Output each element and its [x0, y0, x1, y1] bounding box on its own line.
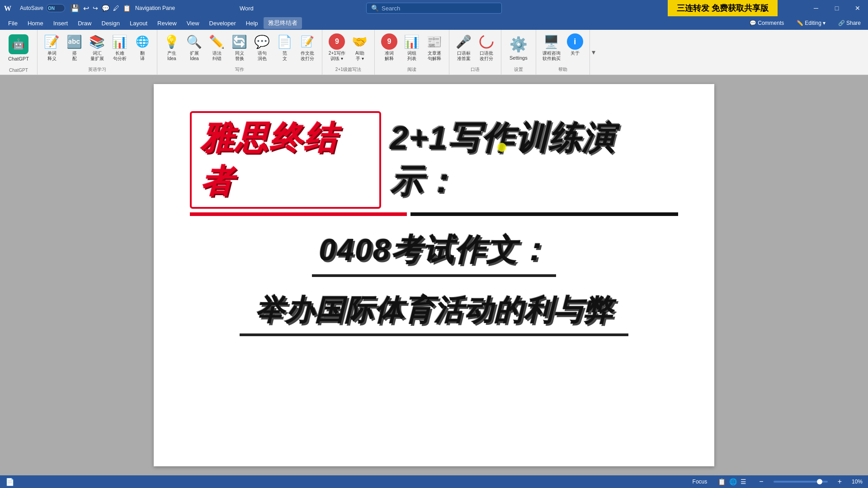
- menu-design[interactable]: Design: [97, 18, 124, 28]
- cursor-indicator: [497, 143, 506, 152]
- yufa-button[interactable]: ✏️ 语法纠错: [206, 32, 228, 63]
- menu-file[interactable]: File: [4, 18, 22, 28]
- chatgpt-button[interactable]: 🤖 ChatGPT: [4, 32, 33, 64]
- chansheng-button[interactable]: 💡 产生Idea: [161, 32, 183, 63]
- cizubiao-button[interactable]: 📊 词组列表: [401, 32, 423, 63]
- word-icon: W: [0, 0, 16, 16]
- dandian-button[interactable]: 📝 单词释义: [41, 32, 63, 63]
- settings-button[interactable]: ⚙️ Settings: [505, 32, 532, 64]
- fanyi-button[interactable]: 🌐 翻译: [132, 32, 153, 63]
- view-print-icon[interactable]: 📋: [718, 478, 726, 485]
- zoom-minus-button[interactable]: −: [759, 478, 763, 486]
- search-container[interactable]: 🔍: [366, 3, 502, 14]
- chansheng-label: 产生Idea: [167, 51, 176, 61]
- ribbon-group-21: 9 2+1写作训练 ▾ 🤝 AI助手 ▾ 2+1级篇写法: [322, 30, 375, 75]
- kuozhan-button[interactable]: 🔍 扩展Idea: [184, 32, 205, 63]
- fan-label: 范文: [283, 51, 287, 61]
- yuju-button[interactable]: 💬 语句润色: [251, 32, 273, 63]
- kouyu-biaozhun-icon: 🎤: [456, 33, 472, 50]
- view-web-icon[interactable]: 🌐: [729, 478, 737, 485]
- ribbon-group-help: 🖥️ 课程咨询软件购买 i 关于 帮助: [536, 30, 590, 75]
- menu-draw[interactable]: Draw: [73, 18, 96, 28]
- menu-view[interactable]: View: [182, 18, 204, 28]
- kouyu-pi-icon: [478, 33, 495, 50]
- zuowen-button[interactable]: 📝 作文批改打分: [297, 32, 318, 63]
- kuozhan-icon: 🔍: [186, 33, 203, 50]
- wenzhang-button[interactable]: 📰 文章逐句解释: [424, 32, 445, 63]
- zoom-slider[interactable]: [774, 481, 828, 483]
- wenzhang-icon: 📰: [426, 33, 443, 50]
- chansheng-icon: 💡: [164, 33, 180, 50]
- ai-zhu-icon: 🤝: [352, 33, 368, 50]
- ribbon-group-writing: 💡 产生Idea 🔍 扩展Idea ✏️ 语法纠错 🔄 同义替换 💬 语句润色 …: [157, 30, 322, 75]
- menu-help[interactable]: Help: [241, 18, 263, 28]
- zoom-percent-label: 10%: [852, 479, 863, 485]
- cihui-label: 词汇量扩展: [90, 51, 104, 61]
- menu-home[interactable]: Home: [23, 18, 48, 28]
- ribbon-group-label-settings: 设置: [514, 66, 523, 73]
- subheading-2-text: 举办国际体育活动的利与弊: [255, 294, 613, 326]
- comment-icon[interactable]: 💬: [102, 5, 109, 12]
- document-area: 雅思终结者 2+1写作训练演示： 0408考试作文： 举办国际体育活动的利与弊: [0, 75, 868, 475]
- ribbon-group-speaking: 🎤 口语标准答案 口语批改打分 口语: [449, 30, 501, 75]
- changjv-label: 长难句分析: [113, 51, 127, 61]
- track-icon[interactable]: 🖊: [113, 5, 119, 12]
- redo-icon[interactable]: ↪: [93, 5, 98, 12]
- svg-text:W: W: [4, 5, 11, 12]
- kouyu-pi-button[interactable]: 口语批改打分: [476, 32, 497, 63]
- chatgpt-label: ChatGPT: [8, 56, 29, 61]
- menu-layout[interactable]: Layout: [125, 18, 152, 28]
- subheading-1-underline: [312, 274, 556, 277]
- ribbon-more-indicator[interactable]: ▾: [590, 30, 597, 75]
- autosave-toggle[interactable]: ON: [46, 4, 65, 12]
- guanyu-button[interactable]: i 关于: [564, 32, 586, 58]
- kecheng-icon: 🖥️: [543, 33, 560, 50]
- menu-insert[interactable]: Insert: [49, 18, 73, 28]
- underline-black: [410, 212, 678, 216]
- ribbon-group-label-reading: 阅读: [407, 66, 416, 73]
- cihui-button[interactable]: 📚 词汇量扩展: [86, 32, 108, 63]
- menu-review[interactable]: Review: [153, 18, 181, 28]
- maximize-button[interactable]: □: [826, 0, 847, 16]
- editing-button[interactable]: ✏️Editing▾: [793, 19, 829, 28]
- zhunci-icon: 9: [381, 33, 397, 50]
- tongyi-button[interactable]: 🔄 同义替换: [229, 32, 250, 63]
- ribbon-group-english: 📝 单词释义 🔤 搭配 📚 词汇量扩展 📊 长难句分析 🌐 翻译 英语学习: [38, 30, 157, 75]
- ai-zhu-button[interactable]: 🤝 AI助手 ▾: [349, 32, 371, 63]
- changjv-button[interactable]: 📊 长难句分析: [109, 32, 131, 63]
- erjiaxie-button[interactable]: 9 2+1写作训练 ▾: [326, 32, 348, 63]
- ribbon-group-label-chatgpt: ChatGPT: [9, 67, 28, 73]
- ribbon-group-label-21: 2+1级篇写法: [335, 66, 361, 73]
- save-icon[interactable]: 💾: [71, 4, 80, 13]
- fan-button[interactable]: 📄 范文: [274, 32, 296, 63]
- view-outline-icon[interactable]: ☰: [741, 478, 746, 485]
- undo-icon[interactable]: ↩: [83, 4, 89, 13]
- document-page[interactable]: 雅思终结者 2+1写作训练演示： 0408考试作文： 举办国际体育活动的利与弊: [154, 84, 714, 466]
- kuozhan-label: 扩展Idea: [190, 51, 199, 61]
- kouyu-biaozhun-label: 口语标准答案: [457, 51, 471, 61]
- yuju-label: 语句润色: [258, 51, 267, 61]
- zhunci-label: 准词解释: [385, 51, 394, 61]
- show-markup-icon[interactable]: 📋: [123, 5, 131, 12]
- menu-right-actions: 💬Comments ✏️Editing▾ 🔗Share: [746, 19, 864, 28]
- heading-underline-row: [190, 212, 678, 216]
- menu-developer[interactable]: Developer: [205, 18, 241, 28]
- kouyu-pi-label: 口语批改打分: [480, 51, 493, 61]
- tongyi-label: 同义替换: [235, 51, 244, 61]
- minimize-button[interactable]: ─: [806, 0, 826, 16]
- settings-icon: ⚙️: [509, 34, 528, 54]
- tapei-button[interactable]: 🔤 搭配: [64, 32, 85, 63]
- share-button[interactable]: 🔗Share: [835, 19, 864, 28]
- changjv-icon: 📊: [112, 33, 128, 50]
- menu-yasi[interactable]: 雅思终结者: [264, 17, 302, 29]
- kouyu-biaozhun-button[interactable]: 🎤 口语标准答案: [453, 32, 475, 63]
- underline-red: [190, 212, 407, 216]
- autosave-area: AutoSave ON: [16, 4, 69, 12]
- close-button[interactable]: ✕: [847, 0, 868, 16]
- zhunci-button[interactable]: 9 准词解释: [378, 32, 400, 63]
- kecheng-button[interactable]: 🖥️ 课程咨询软件购买: [540, 32, 563, 63]
- zoom-plus-button[interactable]: +: [838, 478, 842, 486]
- fan-icon: 📄: [277, 33, 293, 50]
- comments-button[interactable]: 💬Comments: [746, 19, 788, 28]
- search-input[interactable]: [382, 5, 495, 12]
